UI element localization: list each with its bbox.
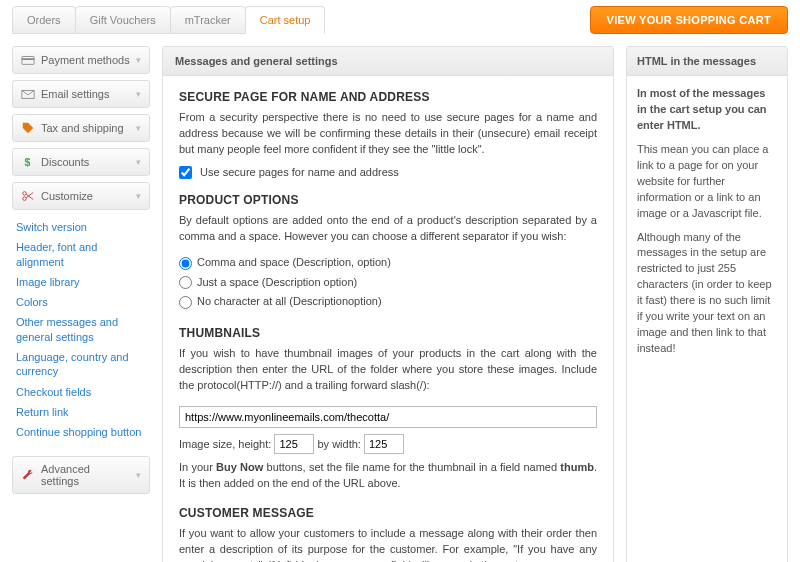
sidebar-link-header-font[interactable]: Header, font and alignment [16,240,148,269]
product-options-text: By default options are added onto the en… [179,213,597,245]
sidebar-link-image-library[interactable]: Image library [16,275,148,289]
sidebar-item-customize[interactable]: Customize ▾ [12,182,150,210]
sidebar-item-payment-methods[interactable]: Payment methods ▾ [12,46,150,74]
tag-icon [21,121,35,135]
main-header: Messages and general settings [163,47,613,76]
sidebar-link-colors[interactable]: Colors [16,295,148,309]
size-pre-label: Image size, height: [179,438,271,450]
section-title-product-options: PRODUCT OPTIONS [179,193,597,207]
sidebar-link-language[interactable]: Language, country and currency [16,350,148,379]
svg-rect-1 [22,58,34,60]
svg-point-4 [23,192,27,196]
dollar-icon: $ [21,155,35,169]
chevron-down-icon: ▾ [136,191,141,201]
info-p2: Although many of the messages in the set… [637,230,777,358]
thumbnails-text: If you wish to have thumbnail images of … [179,346,597,394]
sidebar-item-label: Advanced settings [41,463,130,487]
customer-message-text: If you want to allow your customers to i… [179,526,597,562]
thumbnails-post-text: In your Buy Now buttons, set the file na… [179,460,597,492]
sidebar-item-email-settings[interactable]: Email settings ▾ [12,80,150,108]
wrench-icon [21,468,35,482]
thumb-height-input[interactable] [274,434,314,454]
info-p1: This mean you can place a link to a page… [637,142,777,222]
tab-orders[interactable]: Orders [12,6,76,34]
radio-space[interactable] [179,276,192,289]
radio-none[interactable] [179,296,192,309]
sidebar-link-continue-shopping[interactable]: Continue shopping button [16,425,148,439]
sidebar-link-checkout-fields[interactable]: Checkout fields [16,385,148,399]
info-header: HTML in the messages [627,47,787,76]
sidebar-link-other-messages[interactable]: Other messages and general settings [16,315,148,344]
section-title-secure: SECURE PAGE FOR NAME AND ADDRESS [179,90,597,104]
chevron-down-icon: ▾ [136,157,141,167]
radio-label: Comma and space (Description, option) [197,256,391,268]
chevron-down-icon: ▾ [136,470,141,480]
secure-text: From a security perspective there is no … [179,110,597,158]
thumbnail-url-input[interactable] [179,406,597,428]
radio-label: Just a space (Description option) [197,276,357,288]
sidebar-item-label: Payment methods [41,54,130,66]
card-icon [21,53,35,67]
secure-checkbox[interactable] [179,166,192,179]
sidebar-item-label: Email settings [41,88,109,100]
section-title-customer-message: CUSTOMER MESSAGE [179,506,597,520]
sidebar-link-return-link[interactable]: Return link [16,405,148,419]
sidebar-item-label: Tax and shipping [41,122,124,134]
sidebar-item-label: Customize [41,190,93,202]
svg-point-5 [23,197,27,201]
tab-cart-setup[interactable]: Cart setup [245,6,326,34]
sidebar-item-discounts[interactable]: $ Discounts ▾ [12,148,150,176]
info-bold: In most of the messages in the cart setu… [637,87,767,131]
envelope-icon [21,87,35,101]
secure-checkbox-label: Use secure pages for name and address [200,166,399,178]
sidebar-item-tax-shipping[interactable]: Tax and shipping ▾ [12,114,150,142]
tab-bar: Orders Gift Vouchers mTracker Cart setup [12,6,590,34]
main-panel: Messages and general settings SECURE PAG… [162,46,614,562]
svg-rect-0 [22,57,34,65]
radio-label: No character at all (Descriptionoption) [197,295,382,307]
radio-comma-space[interactable] [179,257,192,270]
sidebar-item-advanced[interactable]: Advanced settings ▾ [12,456,150,494]
section-title-thumbnails: THUMBNAILS [179,326,597,340]
scissors-icon [21,189,35,203]
tab-mtracker[interactable]: mTracker [170,6,246,34]
thumb-width-input[interactable] [364,434,404,454]
svg-text:$: $ [25,156,31,168]
tab-gift-vouchers[interactable]: Gift Vouchers [75,6,171,34]
chevron-down-icon: ▾ [136,55,141,65]
view-cart-button[interactable]: VIEW YOUR SHOPPING CART [590,6,788,34]
by-width-label: by width: [317,438,360,450]
sidebar: Payment methods ▾ Email settings ▾ Tax a… [12,46,150,562]
sidebar-link-switch-version[interactable]: Switch version [16,220,148,234]
sidebar-item-label: Discounts [41,156,89,168]
info-panel: HTML in the messages In most of the mess… [626,46,788,562]
chevron-down-icon: ▾ [136,89,141,99]
chevron-down-icon: ▾ [136,123,141,133]
